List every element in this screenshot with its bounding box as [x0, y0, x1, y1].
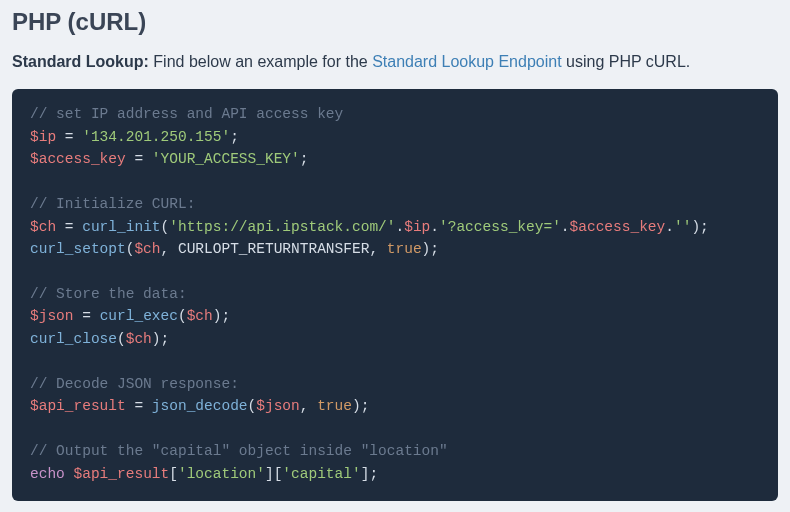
code-punc: ][: [265, 466, 282, 482]
code-punc: );: [422, 241, 439, 257]
code-func: json_decode: [152, 398, 248, 414]
code-op: =: [56, 219, 82, 235]
code-punc: (: [117, 331, 126, 347]
code-var: $access_key: [570, 219, 666, 235]
code-string: '': [674, 219, 691, 235]
description-paragraph: Standard Lookup: Find below an example f…: [12, 50, 778, 73]
code-op: .: [396, 219, 405, 235]
code-punc: );: [691, 219, 708, 235]
code-punc: );: [352, 398, 369, 414]
code-func: curl_close: [30, 331, 117, 347]
code-string: 'location': [178, 466, 265, 482]
code-block: // set IP address and API access key $ip…: [12, 89, 778, 501]
code-op: =: [126, 398, 152, 414]
code-bool: true: [387, 241, 422, 257]
code-func: curl_init: [82, 219, 160, 235]
code-var: $ch: [126, 331, 152, 347]
code-const: CURLOPT_RETURNTRANSFER: [178, 241, 369, 257]
code-comment: // Initialize CURL:: [30, 196, 195, 212]
code-var: $api_result: [74, 466, 170, 482]
code-var: $access_key: [30, 151, 126, 167]
code-var: $json: [256, 398, 300, 414]
code-punc: (: [248, 398, 257, 414]
code-var: $api_result: [30, 398, 126, 414]
code-punc: ;: [300, 151, 309, 167]
code-string: 'https://api.ipstack.com/': [169, 219, 395, 235]
description-text-after: using PHP cURL.: [562, 53, 691, 70]
code-op: .: [665, 219, 674, 235]
description-text-before: Find below an example for the: [149, 53, 372, 70]
code-bool: true: [317, 398, 352, 414]
code-punc: ,: [369, 241, 386, 257]
code-keyword: echo: [30, 466, 65, 482]
code-punc: );: [152, 331, 169, 347]
code-func: curl_setopt: [30, 241, 126, 257]
code-comment: // Decode JSON response:: [30, 376, 239, 392]
description-bold: Standard Lookup:: [12, 53, 149, 70]
code-var: $ch: [187, 308, 213, 324]
code-op: =: [56, 129, 82, 145]
code-op: =: [126, 151, 152, 167]
code-string: 'YOUR_ACCESS_KEY': [152, 151, 300, 167]
code-punc: );: [213, 308, 230, 324]
code-punc: [: [169, 466, 178, 482]
code-var: $ch: [134, 241, 160, 257]
code-punc: ,: [161, 241, 178, 257]
code-op: =: [74, 308, 100, 324]
code-string: '?access_key=': [439, 219, 561, 235]
code-space: [65, 466, 74, 482]
code-punc: ];: [361, 466, 378, 482]
code-comment: // Store the data:: [30, 286, 187, 302]
code-var: $ip: [404, 219, 430, 235]
code-var: $ch: [30, 219, 56, 235]
code-var: $json: [30, 308, 74, 324]
code-op: .: [430, 219, 439, 235]
code-string: 'capital': [282, 466, 360, 482]
code-punc: ;: [230, 129, 239, 145]
code-var: $ip: [30, 129, 56, 145]
code-func: curl_exec: [100, 308, 178, 324]
code-op: .: [561, 219, 570, 235]
code-punc: (: [178, 308, 187, 324]
code-string: '134.201.250.155': [82, 129, 230, 145]
code-punc: ,: [300, 398, 317, 414]
code-punc: (: [161, 219, 170, 235]
standard-lookup-link[interactable]: Standard Lookup Endpoint: [372, 53, 561, 70]
section-heading: PHP (cURL): [12, 8, 778, 36]
code-comment: // set IP address and API access key: [30, 106, 343, 122]
code-comment: // Output the "capital" object inside "l…: [30, 443, 448, 459]
